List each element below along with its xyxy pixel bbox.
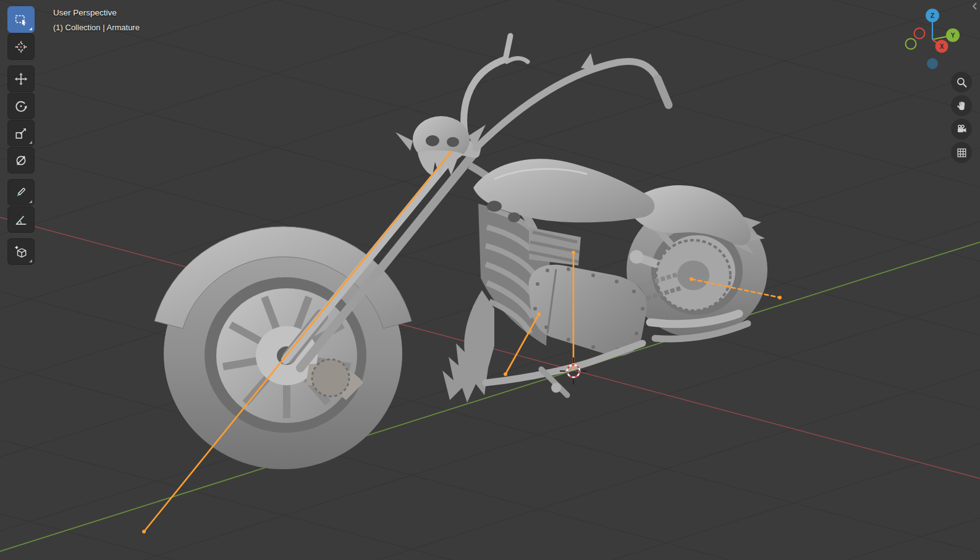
submenu-indicator (29, 141, 32, 144)
gizmo-axis-y-positive[interactable] (946, 28, 960, 42)
chevron-left-icon (971, 1, 979, 11)
tool-button-cursor[interactable] (7, 33, 35, 60)
gizmo-axis-z-positive[interactable] (926, 9, 939, 22)
submenu-indicator (29, 27, 32, 30)
tool-button-transform[interactable] (7, 147, 35, 173)
projection-toggle-button[interactable] (951, 142, 972, 163)
3d-cursor-icon (14, 40, 28, 54)
navigation-gizmo[interactable]: Z Y X (898, 5, 966, 73)
annotate-pen-icon (14, 186, 28, 199)
tool-button-box-select[interactable] (7, 6, 35, 33)
submenu-indicator (29, 259, 32, 262)
3d-viewport[interactable] (0, 0, 980, 560)
tool-shelf (7, 6, 35, 265)
camera-icon (956, 123, 968, 135)
rotate-icon (14, 99, 28, 113)
tool-button-rotate[interactable] (7, 93, 35, 119)
gizmo-axis-z-negative[interactable] (927, 58, 938, 69)
camera-view-button[interactable] (951, 119, 972, 140)
gizmo-axis-x-positive[interactable] (936, 40, 948, 53)
add-cube-icon (14, 245, 28, 259)
tool-button-add-cube[interactable] (7, 238, 35, 265)
tool-button-measure[interactable] (7, 206, 35, 233)
sidebar-collapse-arrow[interactable] (971, 1, 979, 11)
tool-button-annotate[interactable] (7, 179, 35, 206)
magnifier-icon (956, 77, 968, 88)
move-icon (14, 72, 28, 86)
tool-button-scale[interactable] (7, 120, 35, 146)
gizmo-axis-y-negative[interactable] (906, 39, 916, 49)
pan-button[interactable] (951, 95, 972, 116)
scale-icon (14, 127, 28, 140)
gizmo-axis-x-negative[interactable] (915, 28, 925, 39)
box-select-icon (14, 13, 28, 27)
viewport-controls (951, 72, 972, 165)
grid-icon (956, 147, 968, 159)
measure-icon (14, 213, 28, 227)
transform-icon (14, 154, 28, 167)
hand-icon (956, 100, 968, 112)
zoom-button[interactable] (951, 72, 972, 93)
submenu-indicator (29, 200, 32, 203)
tool-button-move[interactable] (7, 65, 35, 92)
